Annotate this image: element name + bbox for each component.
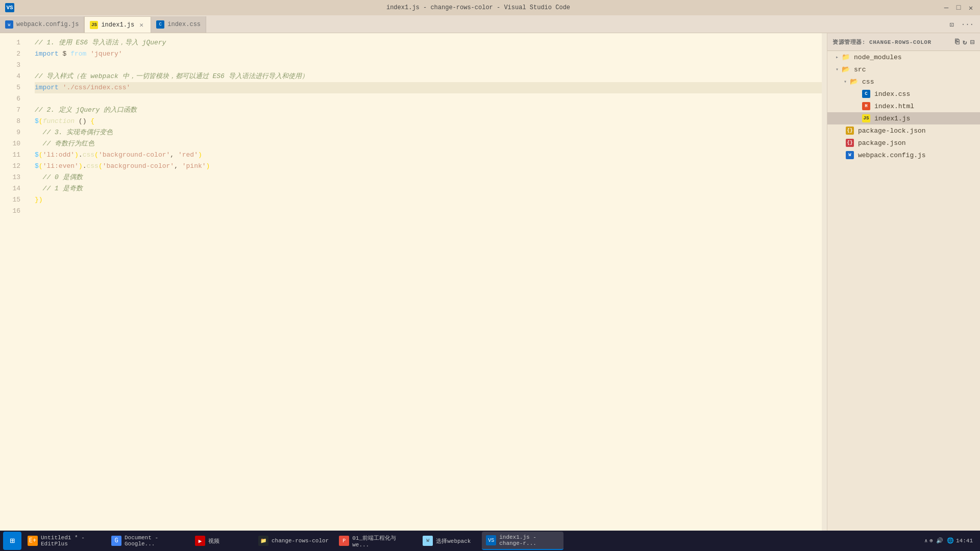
tab-index-css[interactable]: C index.css (151, 16, 206, 33)
js-file-icon: JS (90, 21, 98, 29)
tree-item-index1-js-file[interactable]: JSindex1.js (827, 112, 980, 124)
code-line[interactable]: // 2. 定义 jQuery 的入口函数 (35, 105, 822, 116)
taskbar-tutorial[interactable]: P 01_前端工程化与we... (335, 532, 416, 550)
code-line[interactable]: $('li:odd').css('background-color', 'red… (35, 149, 822, 161)
taskbar-tray: ∧ ⊕ 🔊 🌐 14:41 (920, 537, 977, 544)
tree-item-index-css-file[interactable]: Cindex.css (827, 88, 980, 100)
taskbar-browser1-label: Document - Google... (125, 535, 185, 547)
taskbar-editplus[interactable]: E+ Untitled1 * - EditPlus (23, 532, 105, 550)
folder-icon: 📁 (842, 53, 850, 61)
main-layout: 12345678910111213141516 // 1. 使用 ES6 导入语… (0, 33, 980, 538)
code-line[interactable]: // 0 是偶数 (35, 172, 822, 183)
tab-label-css: index.css (167, 21, 201, 28)
tree-item-src[interactable]: ▾📂src (827, 63, 980, 76)
taskbar-browser1[interactable]: G Document - Google... (107, 532, 189, 550)
refresh-icon[interactable]: ↻ (963, 38, 967, 46)
webpack-file-icon: W (5, 20, 13, 29)
webpack-sel-icon: W (423, 536, 433, 546)
tree-label: package.json (858, 139, 906, 147)
code-line[interactable]: // 奇数行为红色 (35, 138, 822, 149)
folder-icon: 📂 (842, 65, 850, 73)
folder-expanded-icon: ▾ (836, 66, 839, 72)
taskbar-editplus-label: Untitled1 * - EditPlus (41, 535, 101, 547)
tray-expand[interactable]: ∧ (924, 538, 927, 544)
sidebar-header: 资源管理器: CHANGE-ROWS-COLOR ⎘ ↻ ⊟ (827, 33, 980, 51)
tree-item-index-html-file[interactable]: Hindex.html (827, 100, 980, 112)
tab-index1-js[interactable]: JS index1.js ✕ (84, 16, 151, 33)
taskbar-change-rows-label: change-rows-color (272, 538, 329, 544)
code-line[interactable]: // 导入样式（在 webpack 中，一切皆模块，都可以通过 ES6 导入语法… (35, 71, 822, 82)
file-tree: ▸📁node_modules▾📂src▾📂cssCindex.cssHindex… (827, 51, 980, 161)
start-button[interactable]: ⊞ (3, 532, 21, 550)
taskbar-time[interactable]: 14:41 (956, 537, 973, 544)
css-file-icon: C (862, 90, 870, 98)
tree-item-package-json[interactable]: {}package.json (827, 137, 980, 149)
tutorial-icon: P (339, 536, 349, 546)
folder-expanded-icon: ▾ (844, 79, 847, 85)
tree-label: index.html (874, 103, 914, 110)
tab-label-webpack: webpack.config.js (16, 21, 79, 28)
taskbar-video-label: 视频 (208, 537, 219, 545)
windows-icon: ⊞ (10, 536, 15, 546)
code-line[interactable]: import './css/index.css' (35, 82, 822, 93)
split-editor-button[interactable]: ⊡ (947, 19, 955, 30)
taskbar-tutorial-label: 01_前端工程化与we... (352, 534, 412, 548)
minimize-button[interactable]: — (942, 4, 950, 12)
pkg-file-icon: {} (846, 139, 854, 147)
tab-bar: W webpack.config.js JS index1.js ✕ C ind… (0, 15, 980, 33)
tree-label: package-lock.json (858, 127, 926, 135)
tree-label: index.css (874, 90, 910, 98)
css-file-icon-tab: C (156, 20, 164, 29)
code-line[interactable] (35, 206, 822, 217)
maximize-button[interactable]: □ (954, 4, 963, 12)
code-content[interactable]: // 1. 使用 ES6 导入语法，导入 jQueryimport $ from… (31, 33, 822, 538)
tab-webpack-config[interactable]: W webpack.config.js (0, 16, 84, 33)
taskbar: ⊞ E+ Untitled1 * - EditPlus G Document -… (0, 531, 980, 551)
tree-item-webpack-config-file[interactable]: Wwebpack.config.js (827, 149, 980, 161)
code-line[interactable]: import $ from 'jquery' (35, 48, 822, 60)
sidebar: 资源管理器: CHANGE-ROWS-COLOR ⎘ ↻ ⊟ ▸📁node_mo… (827, 33, 980, 538)
titlebar: VS index1.js - change-rows-color - Visua… (0, 0, 980, 15)
taskbar-change-rows[interactable]: 📁 change-rows-color (254, 532, 333, 550)
change-rows-icon: 📁 (258, 536, 268, 546)
code-line[interactable]: // 3. 实现奇偶行变色 (35, 127, 822, 138)
tree-label: node_modules (854, 54, 902, 61)
line-numbers: 12345678910111213141516 (0, 33, 31, 538)
taskbar-video[interactable]: ▶ 视频 (191, 532, 252, 550)
more-actions-button[interactable]: ··· (959, 19, 976, 30)
close-button[interactable]: ✕ (967, 4, 975, 12)
vscode-taskbar-icon: VS (486, 535, 496, 545)
code-line[interactable]: // 1 是奇数 (35, 183, 822, 194)
json-file-icon: {} (846, 127, 854, 135)
code-line[interactable]: $(function () { (35, 116, 822, 127)
tree-item-node_modules[interactable]: ▸📁node_modules (827, 51, 980, 63)
browser1-icon: G (111, 536, 121, 546)
code-line[interactable] (35, 60, 822, 71)
code-line[interactable] (35, 93, 822, 105)
window-controls: — □ ✕ (942, 4, 975, 12)
tab-actions: ⊡ ··· (943, 16, 980, 33)
new-file-icon[interactable]: ⎘ (955, 38, 960, 46)
tree-item-css[interactable]: ▾📂css (827, 76, 980, 88)
editplus-icon: E+ (28, 536, 38, 546)
sidebar-title: 资源管理器: CHANGE-ROWS-COLOR (832, 38, 932, 46)
video-icon: ▶ (195, 536, 205, 546)
tree-label: webpack.config.js (858, 152, 926, 159)
collapse-icon[interactable]: ⊟ (970, 38, 975, 46)
window-title: index1.js - change-rows-color - Visual S… (14, 4, 942, 11)
editor-area: 12345678910111213141516 // 1. 使用 ES6 导入语… (0, 33, 827, 538)
code-line[interactable]: // 1. 使用 ES6 导入语法，导入 jQuery (35, 37, 822, 48)
tab-close-button[interactable]: ✕ (137, 21, 145, 29)
taskbar-webpack-sel[interactable]: W 选择webpack (419, 532, 480, 550)
tree-label: index1.js (874, 115, 910, 122)
scrollbar[interactable] (822, 33, 827, 538)
code-editor[interactable]: 12345678910111213141516 // 1. 使用 ES6 导入语… (0, 33, 827, 538)
app-icon: VS (5, 3, 14, 12)
tree-label: css (862, 78, 874, 86)
taskbar-vscode-label: index1.js - change-r... (499, 534, 559, 546)
tree-label: src (854, 66, 866, 73)
taskbar-vscode[interactable]: VS index1.js - change-r... (482, 532, 564, 550)
tree-item-package-lock[interactable]: {}package-lock.json (827, 124, 980, 137)
code-line[interactable]: $('li:even').css('background-color', 'pi… (35, 161, 822, 172)
code-line[interactable]: }) (35, 194, 822, 206)
